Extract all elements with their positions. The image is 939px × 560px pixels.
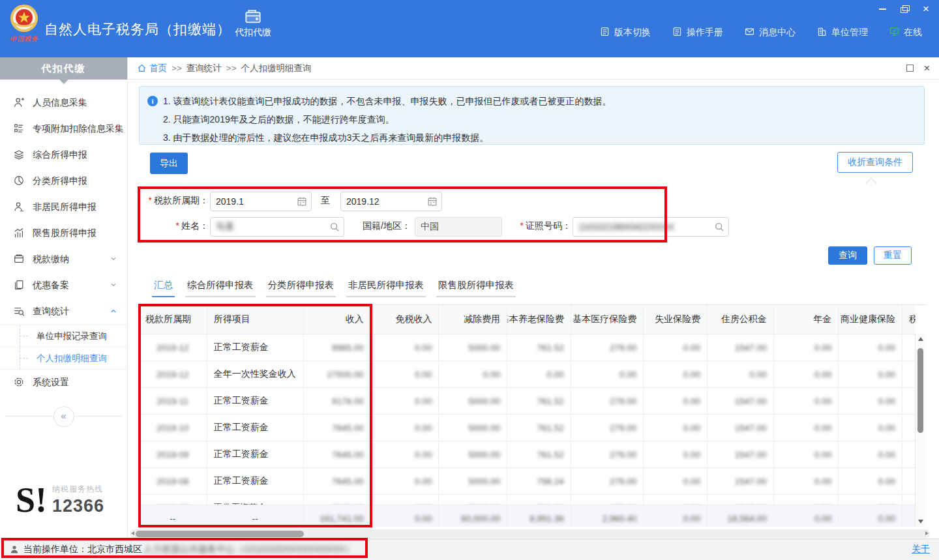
table-header-row-cell-2: 收入: [304, 305, 371, 334]
breadcrumb-separator: >>: [226, 63, 237, 73]
table-total-row[interactable]: ----161,741.000.0060,000.008,991.362,960…: [139, 505, 916, 527]
table-row-1[interactable]: 2019-12正常工资薪金9985.000.005000.00761.52279…: [139, 334, 916, 361]
period-from-input[interactable]: 2019.1: [210, 192, 312, 211]
status-bar: 当前操作单位：北京市西城区人力资源公共服务中心（12110102XXXXXXXX…: [0, 538, 939, 560]
panel-close-icon[interactable]: ×: [924, 65, 930, 72]
tab-report-4[interactable]: 限售股所得申报表: [436, 277, 516, 297]
hotline-12366-logo: S!: [16, 484, 47, 516]
sidebar-collapse-button[interactable]: «: [53, 406, 74, 427]
sidebar-item-restricted-stock[interactable]: 限售股所得申报: [0, 220, 127, 246]
table-row-2-cell-4: 0.00: [439, 361, 507, 387]
calendar-icon[interactable]: [426, 196, 438, 209]
table-row-1-cell-1: 正常工资薪金: [207, 334, 304, 361]
window-close-button[interactable]: ×: [921, 5, 931, 14]
table-row-5-cell-5: 761.52: [507, 441, 571, 467]
sidebar-subitem-personal-detail-query[interactable]: 个人扣缴明细查询: [0, 347, 127, 369]
table-row-5-cell-6: 279.00: [571, 441, 644, 467]
table-row-3-cell-7: 0.00: [644, 388, 708, 414]
header-menu-org[interactable]: 单位管理: [816, 26, 868, 39]
breadcrumb-item-query-stats[interactable]: 查询统计: [186, 63, 222, 74]
tab-report-3[interactable]: 非居民所得申报表: [346, 277, 426, 297]
nationality-label: 国籍/地区：: [355, 220, 411, 232]
header-menu-message[interactable]: 消息中心: [744, 26, 796, 39]
table-row-3-cell-11: [902, 388, 916, 414]
table-row-4-cell-2: 7645.00: [304, 415, 371, 441]
sidebar-item-personnel[interactable]: 人员信息采集: [0, 90, 127, 116]
sidebar-item-system-settings[interactable]: 系统设置: [0, 370, 127, 396]
header-menu-version[interactable]: 版本切换: [599, 26, 651, 39]
table-row-partial-cell-1: 正常工资薪金: [207, 495, 304, 505]
tab-report-2[interactable]: 分类所得申报表: [266, 277, 336, 297]
table-row-4-cell-1: 正常工资薪金: [207, 415, 304, 441]
vertical-scrollbar[interactable]: [915, 334, 926, 527]
table-total-row-cell-0: --: [139, 505, 207, 527]
table-header-row-cell-7: 失业保险费: [644, 305, 708, 334]
scroll-left-arrow-icon[interactable]: [131, 531, 134, 535]
docs-icon: [13, 279, 25, 293]
reset-button[interactable]: 重置: [874, 246, 912, 265]
vertical-scrollbar-thumb[interactable]: [917, 348, 923, 433]
table-header-row-cell-1: 所得项目: [207, 305, 304, 334]
sidebar-item-query-stats[interactable]: 查询统计: [0, 299, 127, 325]
table-row-4-cell-3: 0.00: [371, 415, 440, 441]
table-row-partial[interactable]: 2019-07正常工资薪金7645.000.005000.00761.52279…: [139, 495, 916, 505]
tab-withholding[interactable]: 代扣代缴: [226, 8, 280, 38]
sidebar-item-comprehensive[interactable]: 综合所得申报: [0, 142, 127, 168]
panel-maximize-icon[interactable]: [906, 65, 914, 72]
breadcrumb-separator: >>: [171, 63, 182, 73]
scroll-up-arrow-icon[interactable]: [918, 337, 923, 341]
table-row-4-cell-11: [902, 415, 916, 441]
table-row-5[interactable]: 2019-09正常工资薪金7645.000.005000.00761.52279…: [139, 441, 916, 468]
window-minimize-button[interactable]: [878, 5, 888, 14]
header-menu-manual[interactable]: 操作手册: [672, 26, 723, 39]
search-icon[interactable]: [713, 221, 725, 235]
online-icon: [889, 26, 900, 39]
horizontal-scrollbar[interactable]: [130, 529, 930, 538]
period-to-input[interactable]: 2019.12: [340, 192, 442, 211]
chevron-down-icon: [109, 280, 118, 291]
table-row-3-cell-9: 0.00: [774, 388, 839, 414]
sidebar-subitem-unit-record-query[interactable]: 单位申报记录查询: [0, 325, 127, 347]
sidebar-item-nonresident[interactable]: 非居民所得申报: [0, 194, 127, 220]
pie-icon: [13, 175, 25, 188]
collapse-query-button[interactable]: 收折查询条件: [837, 152, 913, 173]
header-menu-online[interactable]: 在线: [889, 26, 922, 39]
home-icon: [137, 63, 147, 73]
table-row-5-cell-7: 0.00: [644, 441, 708, 467]
window-restore-button[interactable]: [899, 5, 910, 14]
main-content: 首页 >> 查询统计 >> 个人扣缴明细查询 × i1. 该查询统计表仅能查询已…: [128, 57, 939, 538]
collapse-caret-icon: [866, 178, 877, 189]
breadcrumb-home[interactable]: 首页: [137, 63, 167, 74]
name-input[interactable]: 马某: [210, 217, 344, 237]
list-icon: [13, 123, 25, 136]
table-row-4[interactable]: 2019-10正常工资薪金7645.000.005000.00761.52279…: [139, 415, 916, 441]
calendar-icon[interactable]: [296, 196, 308, 209]
sidebar-item-preferential[interactable]: 优惠备案: [0, 273, 127, 299]
about-link[interactable]: 关于: [912, 544, 930, 555]
export-button[interactable]: 导出: [150, 153, 188, 174]
query-button[interactable]: 查询: [828, 246, 867, 265]
doc-icon: [672, 26, 683, 39]
sidebar-item-classified[interactable]: 分类所得申报: [0, 168, 127, 194]
table-row-5-cell-11: [902, 441, 916, 467]
table-row-3[interactable]: 2019-11正常工资薪金9178.000.005000.00761.52279…: [139, 388, 916, 415]
table-row-6[interactable]: 2019-08正常工资薪金7645.000.005000.00798.24279…: [139, 468, 916, 495]
tab-report-1[interactable]: 综合所得申报表: [185, 277, 256, 297]
table-row-2-cell-8: 0.00: [708, 361, 774, 387]
tab-summary[interactable]: 汇总: [152, 277, 175, 297]
table-row-5-cell-9: 0.00: [774, 441, 839, 467]
sidebar: 代扣代缴 人员信息采集专项附加扣除信息采集综合所得申报分类所得申报非居民所得申报…: [0, 57, 128, 538]
app-title: 自然人电子税务局（扣缴端）: [44, 20, 231, 38]
table-header-row-cell-0: 税款所属期: [139, 305, 207, 334]
scroll-down-arrow-icon[interactable]: [918, 520, 923, 523]
search-icon[interactable]: [329, 221, 340, 235]
table-row-1-cell-8: 1547.00: [708, 334, 774, 361]
table-header-row-cell-5: 基本养老保险费: [507, 305, 571, 334]
cert-input[interactable]: 110102199X0422XXXX: [573, 217, 729, 237]
table-row-partial-cell-8: 1547.00: [708, 495, 774, 505]
horizontal-scrollbar-thumb[interactable]: [136, 531, 304, 537]
table-row-2[interactable]: 2019-12全年一次性奖金收入27500.000.000.000.000.00…: [139, 361, 916, 388]
sidebar-item-tax-payment[interactable]: 税款缴纳: [0, 246, 127, 273]
scroll-right-arrow-icon[interactable]: [925, 531, 929, 535]
sidebar-item-special-deduction[interactable]: 专项附加扣除信息采集: [0, 116, 127, 142]
